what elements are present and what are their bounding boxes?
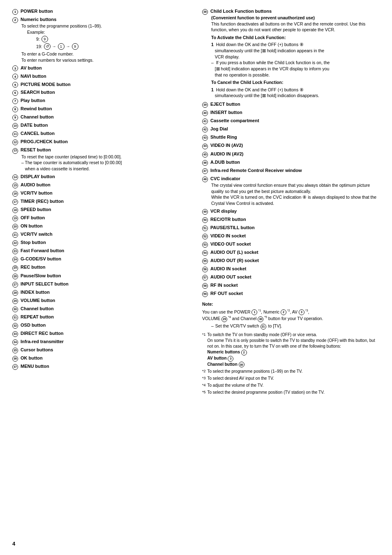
list-item: 54AUDIO OUT (L) socket — [202, 249, 380, 256]
example-circle-1: 1 — [58, 43, 65, 50]
arrow-icon: → — [66, 44, 70, 49]
list-item: 22Stop button — [12, 239, 190, 246]
list-item: 11CANCEL button — [12, 130, 190, 137]
subsection-header: To Cancel the Child Lock Function: — [211, 79, 380, 86]
list-item: 34Infra-red transmitter — [12, 339, 190, 345]
list-item: 58RF IN socket — [202, 282, 380, 289]
list-item: 8Rewind button — [12, 106, 190, 112]
right-column: 38 Child Lock Function buttons (Convenie… — [202, 8, 380, 397]
list-item: 33DIRECT REC button — [12, 330, 190, 337]
list-item: 1 POWER button — [12, 8, 190, 15]
footnote-4: *4 To adjust the volume of the TV. — [202, 383, 380, 388]
list-item: 57AUDIO OUT socket — [202, 274, 380, 281]
item-number: 1 — [12, 9, 18, 15]
list-item: 29VOLUME button — [12, 297, 190, 304]
list-item: 56AUDIO IN socket — [202, 266, 380, 272]
list-item: 36OK button — [12, 355, 190, 362]
list-item: 9Channel button — [12, 114, 190, 121]
list-item: 17TIMER (REC) button — [12, 198, 190, 205]
list-item: 31REPEAT button — [12, 314, 190, 320]
list-item: 13RESET button To reset the tape counter… — [12, 147, 190, 172]
list-item: 3AV button — [12, 65, 190, 72]
note-section: Note: You can use the POWER 1*1, Numeric… — [202, 301, 380, 395]
list-item: 27INPUT SELECT button — [12, 281, 190, 288]
list-item: 26Pause/Slow button — [12, 273, 190, 279]
list-item: 40INSERT button — [202, 109, 380, 116]
arrow-icon: → — [52, 44, 56, 49]
list-item: 10DATE button — [12, 122, 190, 129]
list-item: 24G-CODE/SV button — [12, 256, 190, 262]
page-number: 4 — [12, 541, 15, 547]
list-item: 25REC button — [12, 264, 190, 271]
item-number: 2 — [12, 17, 18, 23]
list-item: 2 Numeric buttons To select the programm… — [12, 16, 190, 63]
example-circle-9: 9 — [42, 36, 48, 42]
item-description: The crystal view control function ensure… — [211, 182, 380, 207]
list-item: 19OFF button — [12, 215, 190, 221]
list-item: 46A.DUB button — [202, 159, 380, 166]
list-item: 16VCR/TV button — [12, 190, 190, 197]
list-item: 14DISPLAY button — [12, 174, 190, 180]
note-title: Note: — [202, 301, 380, 307]
list-item: 47Infra-red Remote Control Receiver wind… — [202, 167, 380, 174]
list-item: 4NAVI button — [12, 73, 190, 80]
item-label: Numeric buttons — [21, 16, 56, 23]
list-item: 6SEARCH button — [12, 89, 190, 96]
list-item: 21VCR/TV switch — [12, 231, 190, 238]
list-item: 20ON button — [12, 223, 190, 230]
list-item: 43Shuttle Ring — [202, 134, 380, 141]
example-circle-9: 9 — [72, 43, 78, 50]
list-item: 18SPEED button — [12, 207, 190, 213]
list-item: 37MENU button — [12, 363, 190, 370]
list-item: 41Cassette compartment — [202, 118, 380, 124]
left-column: 1 POWER button 2 Numeric buttons To sele… — [12, 8, 190, 397]
list-item: 55AUDIO OUT (R) socket — [202, 258, 380, 264]
item-description: (Convenient function to prevent unauthor… — [211, 15, 380, 33]
list-item: 59RF OUT socket — [202, 290, 380, 297]
footnote-3: *3 To select desired AV input on the TV. — [202, 376, 380, 381]
item-description: To select the programme positions (1–99)… — [21, 23, 190, 63]
list-item: 39EJECT button — [202, 101, 380, 108]
list-item: 45AUDIO IN (AV2) — [202, 151, 380, 158]
list-item: 23Fast Forward button — [12, 248, 190, 254]
example-circle-arrow: ↺ — [44, 43, 51, 50]
list-item: 5PICTURE MODE button — [12, 81, 190, 88]
list-item: 32OSD button — [12, 322, 190, 329]
item-description: To reset the tape counter (elapsed time)… — [21, 154, 190, 172]
example-9-label: 9: — [36, 36, 40, 42]
list-item: 48CVC indicator The crystal view control… — [202, 176, 380, 207]
list-item: 42Jog Dial — [202, 126, 380, 132]
list-item: 15AUDIO button — [12, 182, 190, 188]
note-main-text: You can use the POWER 1*1, Numeric 2*2, … — [202, 309, 380, 322]
list-item: 35Cursor buttons — [12, 347, 190, 353]
list-item: 52VIDEO IN socket — [202, 233, 380, 239]
list-item: 51PAUSE/STILL button — [202, 225, 380, 231]
footnote-1: *1 To switch the TV on from standby mode… — [202, 332, 380, 368]
list-item: 53VIDEO OUT socket — [202, 241, 380, 248]
list-item: 28INDEX button — [12, 289, 190, 296]
list-item: 7Play button — [12, 98, 190, 104]
example-19-label: 19: — [36, 44, 42, 50]
list-item: 38 Child Lock Function buttons (Convenie… — [202, 8, 380, 99]
item-label: POWER button — [21, 8, 53, 15]
list-item: 49VCR display — [202, 208, 380, 215]
footnote-2: *2 To select the programme positions (1–… — [202, 369, 380, 374]
list-item: 30Channel button — [12, 306, 190, 312]
subsection-header: To Activate the Child Lock Function: — [211, 35, 380, 41]
footnote-5: *5 To select the desired programme posit… — [202, 390, 380, 395]
list-item: 50REC/OTR button — [202, 216, 380, 223]
list-item: 12PROG./CHECK button — [12, 139, 190, 145]
note-dash-item: – Set the VCR/TV switch 21 to [TV]. — [211, 323, 380, 330]
list-item: 44VIDEO IN (AV2) — [202, 142, 380, 149]
